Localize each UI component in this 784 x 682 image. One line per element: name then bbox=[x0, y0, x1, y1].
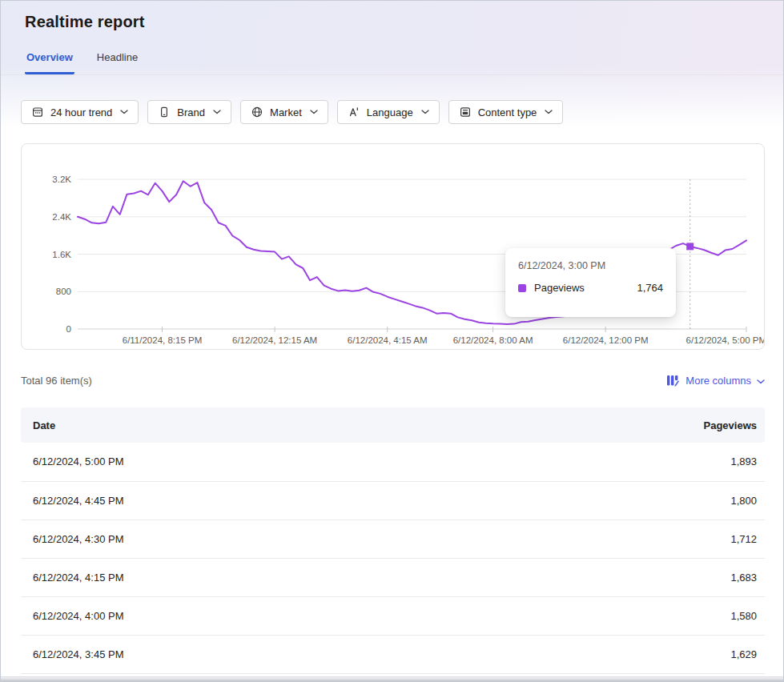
page-title: Realtime report bbox=[25, 13, 145, 31]
chevron-down-icon bbox=[310, 110, 318, 114]
tooltip-series-row: Pageviews 1,764 bbox=[518, 282, 663, 294]
table-row: 6/12/2024, 5:00 PM1,893 bbox=[21, 443, 765, 481]
y-axis-tick-label: 2.4K bbox=[52, 212, 71, 222]
calendar-icon bbox=[31, 106, 44, 118]
tab-bar-divider bbox=[1, 74, 783, 75]
cell-pageviews: 1,683 bbox=[393, 558, 766, 596]
tooltip-series-value: 1,764 bbox=[637, 282, 663, 294]
chevron-down-icon bbox=[545, 110, 553, 114]
tab-headline[interactable]: Headline bbox=[95, 51, 139, 74]
table-row: 6/12/2024, 4:00 PM1,580 bbox=[21, 596, 765, 635]
content-type-icon bbox=[459, 106, 472, 118]
y-axis-tick-label: 1.6K bbox=[52, 250, 71, 259]
filter-market-button[interactable]: Market bbox=[240, 100, 328, 124]
table-header: Date Pageviews bbox=[21, 407, 765, 443]
chevron-down-icon bbox=[120, 110, 128, 114]
x-axis-tick-label: 6/12/2024, 4:15 AM bbox=[348, 335, 428, 345]
more-columns-button[interactable]: More columns bbox=[666, 374, 765, 387]
cell-pageviews: 1,800 bbox=[393, 481, 766, 520]
chevron-down-icon bbox=[757, 375, 765, 387]
x-axis-tick-label: 6/12/2024, 8:00 AM bbox=[453, 335, 533, 345]
tab-overview[interactable]: Overview bbox=[25, 51, 74, 74]
realtime-report-page: Realtime report Overview Headline 24 hou… bbox=[0, 0, 784, 682]
tooltip-date: 6/12/2024, 3:00 PM bbox=[518, 260, 663, 271]
filter-label: 24 hour trend bbox=[50, 106, 112, 118]
hover-marker bbox=[686, 243, 694, 250]
table-row: 6/12/2024, 4:45 PM1,800 bbox=[21, 481, 765, 520]
column-edit-icon bbox=[666, 374, 680, 387]
table-toolbar: Total 96 item(s) More columns bbox=[21, 374, 765, 387]
cell-date: 6/12/2024, 4:45 PM bbox=[21, 481, 393, 520]
cell-date: 6/12/2024, 5:00 PM bbox=[21, 443, 393, 481]
cell-pageviews: 1,629 bbox=[393, 635, 766, 673]
column-header-date: Date bbox=[21, 407, 393, 443]
table-row: 6/12/2024, 4:15 PM1,683 bbox=[21, 558, 765, 596]
window-bottom-edge bbox=[1, 676, 783, 681]
chevron-down-icon bbox=[213, 110, 221, 114]
cell-pageviews: 1,580 bbox=[393, 596, 766, 635]
x-axis-tick-label: 6/12/2024, 5:00 PM bbox=[686, 335, 764, 345]
y-axis-tick-label: 0 bbox=[66, 324, 71, 334]
chart-tooltip: 6/12/2024, 3:00 PM Pageviews 1,764 bbox=[505, 248, 676, 317]
series-swatch bbox=[518, 284, 526, 292]
total-count: Total 96 item(s) bbox=[21, 375, 92, 387]
filter-bar: 24 hour trendBrandMarketLanguageContent … bbox=[21, 100, 563, 124]
phone-icon bbox=[158, 106, 171, 118]
y-axis-tick-label: 3.2K bbox=[52, 175, 71, 184]
filter-content-type-button[interactable]: Content type bbox=[448, 100, 564, 124]
x-axis-tick-label: 6/12/2024, 12:15 AM bbox=[232, 335, 317, 345]
pageviews-line-chart[interactable]: 08001.6K2.4K3.2K6/11/2024, 8:15 PM6/12/2… bbox=[22, 144, 764, 349]
cell-date: 6/12/2024, 4:15 PM bbox=[21, 558, 393, 596]
cell-date: 6/12/2024, 3:45 PM bbox=[21, 635, 393, 673]
cell-pageviews: 1,893 bbox=[393, 443, 766, 481]
filter-label: Brand bbox=[177, 106, 205, 118]
chevron-down-icon bbox=[421, 110, 429, 114]
filter-label: Language bbox=[367, 106, 413, 118]
tab-bar: Overview Headline bbox=[25, 51, 139, 74]
table-row: 6/12/2024, 4:30 PM1,712 bbox=[21, 520, 765, 558]
globe-icon bbox=[251, 106, 263, 118]
y-axis-tick-label: 800 bbox=[56, 287, 71, 296]
pageviews-chart-card: 08001.6K2.4K3.2K6/11/2024, 8:15 PM6/12/2… bbox=[21, 143, 765, 350]
cell-pageviews: 1,712 bbox=[393, 520, 766, 558]
filter-brand-button[interactable]: Brand bbox=[147, 100, 231, 124]
more-columns-label: More columns bbox=[685, 375, 751, 387]
pageviews-table: Date Pageviews 6/12/2024, 5:00 PM1,8936/… bbox=[21, 407, 765, 674]
cell-date: 6/12/2024, 4:00 PM bbox=[21, 596, 393, 635]
filter-label: Market bbox=[270, 106, 302, 118]
x-axis-tick-label: 6/11/2024, 8:15 PM bbox=[123, 335, 203, 345]
filter-label: Content type bbox=[478, 106, 537, 118]
table-row: 6/12/2024, 3:45 PM1,629 bbox=[21, 635, 765, 673]
x-axis-tick-label: 6/12/2024, 12:00 PM bbox=[563, 335, 649, 345]
column-header-pageviews: Pageviews bbox=[393, 407, 766, 443]
language-icon bbox=[348, 106, 360, 118]
tooltip-series-label: Pageviews bbox=[534, 282, 585, 294]
filter-language-button[interactable]: Language bbox=[337, 100, 440, 124]
filter-24-hour-trend-button[interactable]: 24 hour trend bbox=[21, 100, 139, 124]
cell-date: 6/12/2024, 4:30 PM bbox=[21, 520, 393, 558]
